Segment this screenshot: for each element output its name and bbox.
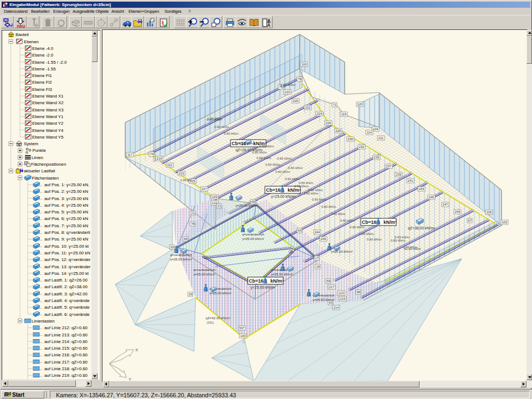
svg-text:102: 102 bbox=[502, 221, 507, 224]
svg-text:Ebene -4.0: Ebene -4.0 bbox=[32, 46, 54, 51]
svg-text:auf Lastfl. 2: qZ=38.00: auf Lastfl. 2: qZ=38.00 bbox=[44, 284, 88, 289]
svg-text:...: ... bbox=[39, 244, 43, 248]
svg-text:226: 226 bbox=[325, 121, 331, 125]
svg-text:auf Pos. 13: q=veränder: auf Pos. 13: q=veränder bbox=[44, 264, 91, 269]
svg-text:auf Pos. 2: γ=25.00 kN: auf Pos. 2: γ=25.00 kN bbox=[44, 189, 88, 194]
svg-text:...: ... bbox=[39, 299, 43, 303]
svg-text:q=veränderlich: q=veränderlich bbox=[242, 233, 264, 236]
svg-text:Ebene -1.55: Ebene -1.55 bbox=[32, 66, 56, 71]
svg-text:auf Linie 216: qZ=0.60: auf Linie 216: qZ=0.60 bbox=[44, 352, 88, 357]
svg-text:...: ... bbox=[39, 251, 43, 255]
svg-text:246: 246 bbox=[320, 237, 326, 241]
svg-text:0.60 kN/m: 0.60 kN/m bbox=[331, 212, 346, 216]
svg-text:214: 214 bbox=[333, 306, 339, 309]
svg-text:...: ... bbox=[39, 272, 43, 275]
svg-text:117: 117 bbox=[127, 153, 132, 156]
svg-text:223: 223 bbox=[178, 172, 185, 175]
svg-text:...: ... bbox=[39, 223, 43, 227]
svg-text:18: 18 bbox=[316, 265, 320, 268]
svg-text:210: 210 bbox=[284, 90, 290, 94]
svg-text:γ=25.00 kN/m²: γ=25.00 kN/m² bbox=[193, 273, 215, 276]
svg-text:120: 120 bbox=[357, 103, 363, 106]
svg-text:222: 222 bbox=[305, 106, 310, 109]
svg-text:auf Pos. 5: γ=25.00 kN: auf Pos. 5: γ=25.00 kN bbox=[44, 209, 88, 214]
svg-text:...: ... bbox=[39, 264, 43, 268]
svg-text:0.60 kN/m: 0.60 kN/m bbox=[359, 232, 374, 236]
svg-text:auf Linie 212: qZ=0.60: auf Linie 212: qZ=0.60 bbox=[44, 325, 88, 330]
svg-text:...: ... bbox=[39, 183, 43, 187]
svg-text:...: ... bbox=[39, 360, 43, 364]
svg-text:67: 67 bbox=[468, 219, 472, 222]
svg-text:Cb=16: Cb=16 bbox=[249, 278, 263, 284]
svg-text:Ebene Fl1: Ebene Fl1 bbox=[32, 73, 52, 78]
svg-text:0.60 kN/m: 0.60 kN/m bbox=[257, 156, 272, 160]
svg-text:0.60 kN/m: 0.60 kN/m bbox=[259, 145, 274, 148]
svg-text:0.60 kN/m: 0.60 kN/m bbox=[350, 226, 365, 229]
svg-text:211: 211 bbox=[378, 136, 383, 140]
svg-text:auf Linie 219: qZ=0.60: auf Linie 219: qZ=0.60 bbox=[44, 373, 88, 378]
svg-text:γ=25.00 kN/m²: γ=25.00 kN/m² bbox=[271, 195, 296, 199]
svg-text:kN/m³: kN/m³ bbox=[288, 187, 301, 193]
svg-text:Cb=16: Cb=16 bbox=[362, 219, 376, 225]
svg-text:Punkte: Punkte bbox=[33, 148, 46, 153]
svg-text:74: 74 bbox=[150, 152, 154, 156]
svg-text:69: 69 bbox=[326, 279, 330, 283]
svg-text:0.60 kN/m: 0.60 kN/m bbox=[312, 198, 327, 201]
svg-text:0.60 kN/m: 0.60 kN/m bbox=[304, 192, 319, 195]
svg-text:auf Lastfl. 6: q=verände: auf Lastfl. 6: q=verände bbox=[44, 312, 90, 317]
svg-text:...: ... bbox=[39, 367, 43, 371]
svg-text:20: 20 bbox=[170, 245, 174, 249]
svg-text:...: ... bbox=[39, 196, 43, 200]
svg-text:0.60 kN/m: 0.60 kN/m bbox=[285, 177, 300, 181]
svg-text:...: ... bbox=[39, 291, 43, 295]
svg-text:17: 17 bbox=[315, 257, 319, 260]
svg-text:γ=25.00 kN/m²: γ=25.00 kN/m² bbox=[242, 237, 264, 241]
svg-text:0.60 kN/m: 0.60 kN/m bbox=[239, 142, 254, 145]
svg-text:q=veränderlich: q=veränderlich bbox=[170, 253, 192, 257]
svg-text:γ=25.00 kN/m²: γ=25.00 kN/m² bbox=[271, 273, 293, 276]
svg-text:235: 235 bbox=[374, 156, 380, 159]
svg-text:auf Pos. 10: γ=25.00 kt: auf Pos. 10: γ=25.00 kt bbox=[44, 244, 89, 249]
svg-text:...: ... bbox=[39, 203, 43, 207]
svg-text:245: 245 bbox=[428, 196, 434, 199]
svg-text:Ebene Fl3: Ebene Fl3 bbox=[32, 87, 52, 92]
svg-text:215: 215 bbox=[340, 297, 346, 300]
svg-text:auf Lastfl. 1: qZ=26.00: auf Lastfl. 1: qZ=26.00 bbox=[44, 278, 88, 283]
svg-text:29: 29 bbox=[188, 293, 192, 296]
svg-text:auf Pos. 11: γ=25.00 kN: auf Pos. 11: γ=25.00 kN bbox=[44, 250, 90, 255]
svg-text:123: 123 bbox=[338, 291, 344, 295]
svg-text:0.60 kN/m: 0.60 kN/m bbox=[299, 181, 314, 185]
svg-text:78: 78 bbox=[298, 78, 301, 81]
svg-text:230: 230 bbox=[347, 137, 354, 141]
svg-text:0.60 kN/m: 0.60 kN/m bbox=[275, 170, 290, 173]
svg-text:...: ... bbox=[39, 190, 43, 193]
svg-text:auf Pos. 8: q=veränderli: auf Pos. 8: q=veränderli bbox=[44, 230, 90, 235]
svg-text:0.60 kN/m: 0.60 kN/m bbox=[367, 238, 382, 241]
svg-text:auf Linie 218: qZ=0.60: auf Linie 218: qZ=0.60 bbox=[44, 366, 88, 371]
svg-text:221: 221 bbox=[167, 163, 172, 167]
svg-text:0.60 kN/m: 0.60 kN/m bbox=[308, 188, 323, 192]
svg-text:kN/m³: kN/m³ bbox=[270, 278, 284, 284]
svg-text:...: ... bbox=[39, 312, 43, 316]
svg-text:228: 228 bbox=[335, 129, 341, 132]
svg-text:Ebene Wand X1: Ebene Wand X1 bbox=[32, 94, 64, 99]
svg-text:1.00 kN/m: 1.00 kN/m bbox=[207, 117, 222, 120]
svg-text:qZ=42.00 kN/m²: qZ=42.00 kN/m² bbox=[206, 316, 231, 320]
svg-text:0.60 kN/m: 0.60 kN/m bbox=[265, 163, 280, 166]
svg-text:auf Pos. 6: γ=25.00 kN: auf Pos. 6: γ=25.00 kN bbox=[44, 216, 88, 221]
svg-text:1.06 kN/m: 1.06 kN/m bbox=[280, 83, 295, 86]
svg-text:0.60 kN/m: 0.60 kN/m bbox=[288, 166, 303, 170]
svg-text:kN/m²: kN/m² bbox=[383, 219, 397, 225]
svg-text:q=veränderlich: q=veränderlich bbox=[193, 268, 216, 272]
svg-text:63: 63 bbox=[329, 301, 332, 304]
svg-text:114: 114 bbox=[367, 131, 372, 134]
svg-text:neu: neu bbox=[17, 23, 25, 28]
svg-text:Y: Y bbox=[129, 377, 131, 381]
svg-text:X: X bbox=[135, 347, 138, 352]
svg-text:65: 65 bbox=[251, 200, 255, 203]
svg-text:Linien: Linien bbox=[32, 155, 43, 160]
svg-text:249: 249 bbox=[454, 210, 460, 213]
svg-text:auf Pos. 12: q=veränder: auf Pos. 12: q=veränder bbox=[44, 257, 91, 262]
svg-text:...: ... bbox=[39, 278, 43, 282]
svg-text:...: ... bbox=[39, 340, 43, 344]
